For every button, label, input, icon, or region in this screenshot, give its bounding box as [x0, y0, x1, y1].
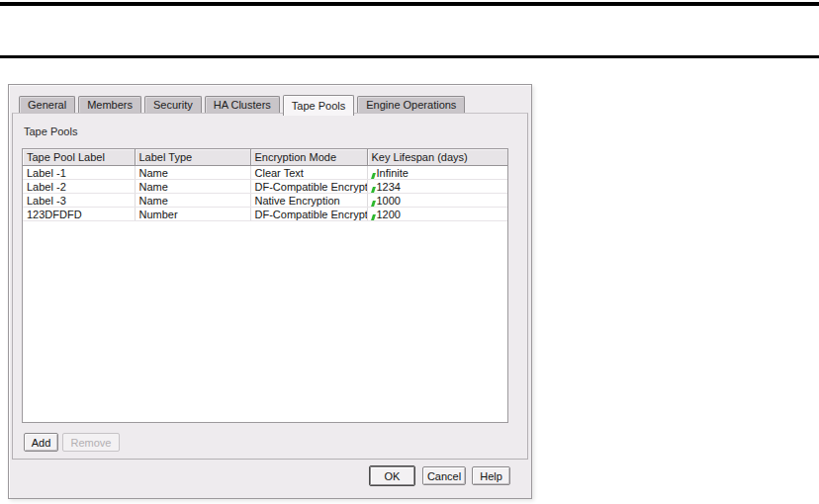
tape-pools-table: Tape Pool Label Label Type Encryption Mo…: [22, 148, 508, 423]
table-row[interactable]: Label -3 Name Native Encryption 1000: [23, 194, 507, 208]
cell-label-type: Number: [135, 208, 250, 221]
cell-key-lifespan: 1234: [367, 180, 507, 194]
remove-button[interactable]: Remove: [62, 433, 120, 452]
cell-label-type: Name: [135, 180, 250, 194]
column-header-key-lifespan[interactable]: Key Lifespan (days): [367, 149, 507, 166]
cell-tape-pool-label: Label -1: [23, 166, 135, 180]
page: { "page": { "top_rules": ["rule-1", "rul…: [0, 0, 819, 504]
cell-encryption-mode: Native Encryption: [250, 194, 367, 208]
page-second-rule: [0, 55, 819, 58]
cell-encryption-mode: DF-Compatible Encryption: [250, 208, 367, 221]
table-row[interactable]: 123DFDFD Number DF-Compatible Encryption…: [23, 208, 507, 221]
cell-encryption-mode: Clear Text: [250, 166, 367, 180]
table-row[interactable]: Label -2 Name DF-Compatible Encryption 1…: [23, 180, 507, 194]
cell-key-lifespan: 1000: [367, 194, 507, 208]
tab-members[interactable]: Members: [78, 96, 141, 114]
green-marker-icon: [371, 201, 376, 207]
green-marker-icon: [371, 214, 376, 220]
tab-ha-clusters[interactable]: HA Clusters: [205, 96, 280, 114]
tab-general[interactable]: General: [19, 96, 75, 114]
green-marker-icon: [371, 187, 376, 193]
cell-tape-pool-label: Label -3: [23, 194, 135, 208]
key-lifespan-value: 1200: [377, 209, 401, 220]
key-lifespan-value: Infinite: [377, 167, 409, 179]
table-row[interactable]: Label -1 Name Clear Text Infinite: [23, 166, 507, 180]
table-header-row: Tape Pool Label Label Type Encryption Mo…: [23, 149, 507, 166]
dialog-button-row: OK Cancel Help: [9, 460, 531, 498]
cell-tape-pool-label: 123DFDFD: [23, 208, 135, 221]
green-marker-icon: [371, 173, 376, 179]
cell-tape-pool-label: Label -2: [23, 180, 135, 194]
tab-bar: General Members Security HA Clusters Tap…: [19, 94, 468, 114]
column-header-tape-pool-label[interactable]: Tape Pool Label: [23, 149, 135, 166]
tab-security[interactable]: Security: [144, 96, 202, 114]
cancel-button[interactable]: Cancel: [422, 466, 466, 485]
key-lifespan-value: 1234: [377, 181, 401, 193]
cell-key-lifespan: Infinite: [367, 166, 507, 180]
section-title: Tape Pools: [24, 126, 77, 137]
column-header-encryption-mode[interactable]: Encryption Mode: [250, 149, 367, 166]
key-lifespan-value: 1000: [377, 195, 401, 207]
help-button[interactable]: Help: [472, 466, 510, 485]
column-header-label-type[interactable]: Label Type: [135, 149, 250, 166]
page-top-rule: [0, 2, 819, 6]
cell-label-type: Name: [135, 194, 250, 208]
tape-pools-panel: Tape Pools Tape Pool Label Label Type En…: [12, 113, 528, 460]
tab-engine-operations[interactable]: Engine Operations: [357, 96, 465, 114]
ok-button[interactable]: OK: [369, 465, 415, 486]
tape-pools-dialog: General Members Security HA Clusters Tap…: [8, 84, 532, 499]
add-button[interactable]: Add: [24, 433, 58, 452]
tab-tape-pools[interactable]: Tape Pools: [283, 95, 354, 116]
cell-encryption-mode: DF-Compatible Encryption: [250, 180, 367, 194]
cell-key-lifespan: 1200: [367, 208, 507, 221]
cell-label-type: Name: [135, 166, 250, 180]
